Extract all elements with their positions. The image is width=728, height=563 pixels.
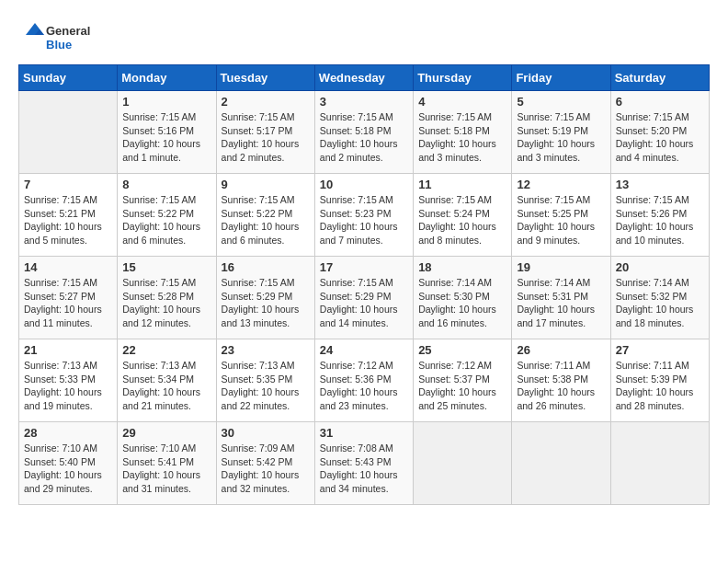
calendar-cell: 15Sunrise: 7:15 AM Sunset: 5:28 PM Dayli…: [118, 257, 216, 339]
day-info: Sunrise: 7:12 AM Sunset: 5:36 PM Dayligh…: [320, 359, 408, 413]
day-info: Sunrise: 7:15 AM Sunset: 5:17 PM Dayligh…: [222, 110, 310, 165]
calendar-week-row: 1Sunrise: 7:15 AM Sunset: 5:16 PM Daylig…: [19, 91, 710, 174]
day-number: 10: [320, 178, 408, 191]
day-number: 21: [24, 343, 112, 357]
day-info: Sunrise: 7:13 AM Sunset: 5:33 PM Dayligh…: [24, 359, 112, 413]
calendar-cell: 3Sunrise: 7:15 AM Sunset: 5:18 PM Daylig…: [314, 91, 413, 174]
day-number: 12: [517, 178, 605, 191]
day-number: 30: [222, 426, 310, 440]
calendar-cell: 29Sunrise: 7:10 AM Sunset: 5:41 PM Dayli…: [118, 422, 216, 505]
calendar-cell: 28Sunrise: 7:10 AM Sunset: 5:40 PM Dayli…: [19, 422, 118, 505]
day-info: Sunrise: 7:15 AM Sunset: 5:20 PM Dayligh…: [616, 110, 704, 165]
day-number: 11: [418, 178, 506, 191]
calendar-header-row: SundayMondayTuesdayWednesdayThursdayFrid…: [19, 65, 710, 91]
calendar-cell: 9Sunrise: 7:15 AM Sunset: 5:22 PM Daylig…: [216, 174, 314, 257]
calendar-cell: 10Sunrise: 7:15 AM Sunset: 5:23 PM Dayli…: [314, 174, 413, 257]
day-number: 28: [24, 426, 112, 440]
calendar-cell: 22Sunrise: 7:13 AM Sunset: 5:34 PM Dayli…: [118, 339, 216, 422]
calendar-cell: 25Sunrise: 7:12 AM Sunset: 5:37 PM Dayli…: [414, 339, 512, 422]
day-info: Sunrise: 7:15 AM Sunset: 5:29 PM Dayligh…: [222, 276, 310, 330]
calendar-cell: 31Sunrise: 7:08 AM Sunset: 5:43 PM Dayli…: [314, 422, 413, 505]
calendar-column-saturday: Saturday: [610, 65, 709, 91]
calendar-cell: 23Sunrise: 7:13 AM Sunset: 5:35 PM Dayli…: [216, 339, 314, 422]
svg-text:Blue: Blue: [46, 38, 72, 52]
day-number: 2: [222, 95, 310, 109]
day-info: Sunrise: 7:09 AM Sunset: 5:42 PM Dayligh…: [222, 442, 310, 496]
day-number: 7: [24, 178, 112, 191]
day-number: 19: [517, 260, 605, 274]
day-info: Sunrise: 7:15 AM Sunset: 5:23 PM Dayligh…: [320, 193, 408, 247]
calendar-cell: 24Sunrise: 7:12 AM Sunset: 5:36 PM Dayli…: [314, 339, 413, 422]
day-info: Sunrise: 7:15 AM Sunset: 5:22 PM Dayligh…: [222, 193, 310, 247]
svg-text:General: General: [46, 24, 90, 38]
day-number: 25: [418, 343, 506, 357]
calendar-cell: [610, 422, 709, 505]
calendar-cell: [19, 91, 118, 174]
day-number: 20: [616, 260, 704, 274]
day-number: 8: [122, 178, 210, 191]
calendar-cell: 7Sunrise: 7:15 AM Sunset: 5:21 PM Daylig…: [19, 174, 118, 257]
day-number: 26: [517, 343, 605, 357]
day-info: Sunrise: 7:15 AM Sunset: 5:25 PM Dayligh…: [517, 193, 605, 247]
calendar-cell: 30Sunrise: 7:09 AM Sunset: 5:42 PM Dayli…: [216, 422, 314, 505]
day-number: 24: [320, 343, 408, 357]
calendar-cell: 5Sunrise: 7:15 AM Sunset: 5:19 PM Daylig…: [512, 91, 610, 174]
day-info: Sunrise: 7:10 AM Sunset: 5:41 PM Dayligh…: [122, 442, 210, 496]
day-info: Sunrise: 7:14 AM Sunset: 5:30 PM Dayligh…: [418, 276, 506, 330]
day-info: Sunrise: 7:13 AM Sunset: 5:34 PM Dayligh…: [122, 359, 210, 413]
day-number: 9: [222, 178, 310, 191]
calendar-column-thursday: Thursday: [414, 65, 512, 91]
day-info: Sunrise: 7:15 AM Sunset: 5:29 PM Dayligh…: [320, 276, 408, 330]
calendar-column-sunday: Sunday: [19, 65, 118, 91]
calendar-week-row: 7Sunrise: 7:15 AM Sunset: 5:21 PM Daylig…: [19, 174, 710, 257]
calendar-column-tuesday: Tuesday: [216, 65, 314, 91]
calendar-week-row: 21Sunrise: 7:13 AM Sunset: 5:33 PM Dayli…: [19, 339, 710, 422]
day-number: 18: [418, 260, 506, 274]
calendar-column-monday: Monday: [118, 65, 216, 91]
day-number: 23: [222, 343, 310, 357]
calendar-cell: 27Sunrise: 7:11 AM Sunset: 5:39 PM Dayli…: [610, 339, 709, 422]
calendar-column-friday: Friday: [512, 65, 610, 91]
calendar-cell: [414, 422, 512, 505]
day-info: Sunrise: 7:15 AM Sunset: 5:18 PM Dayligh…: [418, 110, 506, 165]
day-number: 6: [616, 95, 704, 109]
day-info: Sunrise: 7:14 AM Sunset: 5:31 PM Dayligh…: [517, 276, 605, 330]
day-number: 14: [24, 260, 112, 274]
day-info: Sunrise: 7:15 AM Sunset: 5:28 PM Dayligh…: [122, 276, 210, 330]
day-info: Sunrise: 7:14 AM Sunset: 5:32 PM Dayligh…: [616, 276, 704, 330]
calendar-cell: 18Sunrise: 7:14 AM Sunset: 5:30 PM Dayli…: [414, 257, 512, 339]
calendar-cell: 13Sunrise: 7:15 AM Sunset: 5:26 PM Dayli…: [610, 174, 709, 257]
day-info: Sunrise: 7:15 AM Sunset: 5:26 PM Dayligh…: [616, 193, 704, 247]
calendar-cell: 14Sunrise: 7:15 AM Sunset: 5:27 PM Dayli…: [19, 257, 118, 339]
calendar-week-row: 14Sunrise: 7:15 AM Sunset: 5:27 PM Dayli…: [19, 257, 710, 339]
day-number: 27: [616, 343, 704, 357]
day-number: 17: [320, 260, 408, 274]
day-info: Sunrise: 7:11 AM Sunset: 5:38 PM Dayligh…: [517, 359, 605, 413]
calendar-cell: 19Sunrise: 7:14 AM Sunset: 5:31 PM Dayli…: [512, 257, 610, 339]
calendar-week-row: 28Sunrise: 7:10 AM Sunset: 5:40 PM Dayli…: [19, 422, 710, 505]
day-info: Sunrise: 7:15 AM Sunset: 5:22 PM Dayligh…: [122, 193, 210, 247]
calendar-column-wednesday: Wednesday: [314, 65, 413, 91]
day-number: 4: [418, 95, 506, 109]
day-info: Sunrise: 7:13 AM Sunset: 5:35 PM Dayligh…: [222, 359, 310, 413]
day-info: Sunrise: 7:15 AM Sunset: 5:21 PM Dayligh…: [24, 193, 112, 247]
day-info: Sunrise: 7:15 AM Sunset: 5:24 PM Dayligh…: [418, 193, 506, 247]
calendar-cell: 17Sunrise: 7:15 AM Sunset: 5:29 PM Dayli…: [314, 257, 413, 339]
logo: General Blue: [18, 18, 101, 55]
day-number: 13: [616, 178, 704, 191]
calendar-cell: [512, 422, 610, 505]
calendar-cell: 20Sunrise: 7:14 AM Sunset: 5:32 PM Dayli…: [610, 257, 709, 339]
calendar-cell: 11Sunrise: 7:15 AM Sunset: 5:24 PM Dayli…: [414, 174, 512, 257]
day-info: Sunrise: 7:11 AM Sunset: 5:39 PM Dayligh…: [616, 359, 704, 413]
day-info: Sunrise: 7:08 AM Sunset: 5:43 PM Dayligh…: [320, 442, 408, 496]
calendar-cell: 16Sunrise: 7:15 AM Sunset: 5:29 PM Dayli…: [216, 257, 314, 339]
calendar-cell: 4Sunrise: 7:15 AM Sunset: 5:18 PM Daylig…: [414, 91, 512, 174]
day-number: 29: [122, 426, 210, 440]
calendar-cell: 8Sunrise: 7:15 AM Sunset: 5:22 PM Daylig…: [118, 174, 216, 257]
day-number: 1: [122, 95, 210, 109]
day-number: 15: [122, 260, 210, 274]
calendar-cell: 6Sunrise: 7:15 AM Sunset: 5:20 PM Daylig…: [610, 91, 709, 174]
logo-svg: General Blue: [18, 18, 101, 55]
calendar-cell: 2Sunrise: 7:15 AM Sunset: 5:17 PM Daylig…: [216, 91, 314, 174]
day-info: Sunrise: 7:15 AM Sunset: 5:16 PM Dayligh…: [122, 110, 210, 165]
